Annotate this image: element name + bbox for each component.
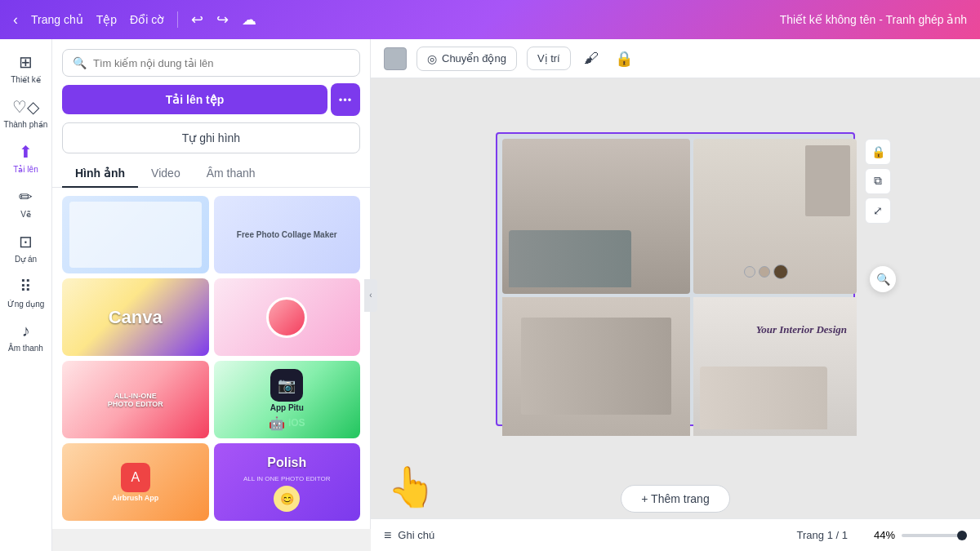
canvas-controls: 🔒 ⧉ ⤢ xyxy=(865,139,891,224)
pen-icon: ✏ xyxy=(19,187,33,207)
nav-file[interactable]: Tệp xyxy=(96,13,117,26)
zoom-handle[interactable] xyxy=(957,531,967,540)
media-item[interactable]: ALL-IN-ONEPHOTO EDITOR xyxy=(62,361,209,438)
heart-icon: ♡◇ xyxy=(12,97,39,117)
search-input[interactable] xyxy=(93,57,350,69)
media-item[interactable] xyxy=(214,278,361,356)
tab-hinh-anh[interactable]: Hình ảnh xyxy=(62,160,138,188)
media-item[interactable]: Polish ALL IN ONE PHOTO EDITOR 😊 xyxy=(214,443,361,521)
media-text: ALL-IN-ONEPHOTO EDITOR xyxy=(105,389,167,411)
canvas-image-4[interactable] xyxy=(693,297,857,436)
media-thumbnail-2: Free Photo Collage Maker xyxy=(214,196,361,273)
nav-divider xyxy=(177,11,178,28)
sidebar-label-du-an: Dự án xyxy=(15,255,37,264)
position-button[interactable]: Vị trí xyxy=(527,47,571,70)
back-button[interactable]: ‹ xyxy=(13,11,18,29)
sidebar-label-thiet-ke: Thiết kế xyxy=(11,75,40,84)
nav-exchange[interactable]: Đổi cờ xyxy=(130,13,164,26)
undo-button[interactable]: ↩ xyxy=(191,11,203,29)
apps-icon: ⠿ xyxy=(20,277,32,296)
media-text-polish: Polish xyxy=(264,452,310,473)
color-swatch[interactable] xyxy=(384,47,407,70)
media-thumbnail-3: Canva xyxy=(62,278,209,356)
animation-icon: ◎ xyxy=(427,52,437,65)
add-page-area: + Thêm trang xyxy=(371,479,980,518)
canvas-overlay-text: Your Interior Design xyxy=(756,323,847,336)
sidebar-item-am-thanh[interactable]: ♪ Âm thanh xyxy=(0,315,51,359)
canvas-area[interactable]: 🔒 ⧉ ⤢ xyxy=(371,78,980,479)
page-indicator: Trang 1 / 1 xyxy=(797,529,848,541)
media-thumbnail-6: 📷 App Pitu 🤖 iOS xyxy=(214,361,361,438)
sidebar-item-ung-dung[interactable]: ⠿ Ứng dụng xyxy=(0,270,51,315)
media-thumbnail-7: A Airbrush App xyxy=(62,443,209,521)
media-tabs: Hình ảnh Video Âm thanh xyxy=(52,160,370,188)
media-item[interactable] xyxy=(62,196,209,273)
sidebar-icons: ⊞ Thiết kế ♡◇ Thành phần ⬆ Tải lên ✏ Vẽ … xyxy=(0,39,52,551)
zoom-control: 44% xyxy=(874,529,967,541)
tab-am-thanh[interactable]: Âm thanh xyxy=(194,160,269,188)
add-page-button[interactable]: + Thêm trang xyxy=(621,485,729,513)
canvas-expand-button[interactable]: ⤢ xyxy=(865,198,891,224)
sidebar-item-thanh-phan[interactable]: ♡◇ Thành phần xyxy=(0,91,51,136)
sidebar-item-tai-len[interactable]: ⬆ Tải lên xyxy=(0,136,51,180)
search-box[interactable]: 🔍 xyxy=(62,49,360,77)
media-text: Canva xyxy=(105,304,166,331)
color-dots xyxy=(744,264,788,279)
media-text: App Pitu xyxy=(270,403,304,412)
redo-button[interactable]: ↪ xyxy=(216,11,229,29)
upload-icon: ⬆ xyxy=(19,142,33,162)
media-text: Free Photo Collage Maker xyxy=(230,224,344,246)
left-panel-wrapper: 🔍 Tải lên tệp ••• Tự ghi hình Hình ảnh V… xyxy=(52,39,371,551)
canvas-image-3[interactable] xyxy=(502,297,690,436)
left-panel: 🔍 Tải lên tệp ••• Tự ghi hình Hình ảnh V… xyxy=(52,39,371,529)
media-thumbnail-1 xyxy=(62,196,209,273)
canvas-lock-button[interactable]: 🔒 xyxy=(865,139,891,165)
media-text: Airbrush App xyxy=(112,494,158,502)
canvas-frame: Your Interior Design xyxy=(496,132,855,426)
media-thumbnail-8: Polish ALL IN ONE PHOTO EDITOR 😊 xyxy=(214,443,361,521)
canvas-image-1[interactable] xyxy=(502,139,690,294)
sidebar-item-du-an[interactable]: ⊡ Dự án xyxy=(0,225,51,270)
sidebar-item-ve[interactable]: ✏ Vẽ xyxy=(0,180,51,225)
sidebar-label-ung-dung: Ứng dụng xyxy=(7,300,45,309)
grid-icon: ⊞ xyxy=(19,52,33,72)
notes-label[interactable]: Ghi chú xyxy=(398,529,434,541)
right-area: ◎ Chuyển động Vị trí 🖌 🔒 🔒 ⧉ ⤢ xyxy=(371,39,980,551)
music-icon: ♪ xyxy=(22,322,30,340)
media-item[interactable]: 📷 App Pitu 🤖 iOS xyxy=(214,361,361,438)
record-button[interactable]: Tự ghi hình xyxy=(62,122,360,153)
search-icon: 🔍 xyxy=(73,56,87,69)
media-item[interactable]: Canva xyxy=(62,278,209,356)
animation-button[interactable]: ◎ Chuyển động xyxy=(416,47,517,71)
zoom-search-button[interactable]: 🔍 xyxy=(870,266,896,292)
color-dot-3 xyxy=(773,264,788,279)
paint-button[interactable]: 🖌 xyxy=(581,47,602,70)
media-thumbnail-4 xyxy=(214,278,361,356)
document-title: Thiết kế không tên - Tranh ghép ảnh xyxy=(780,13,967,26)
media-grid: Free Photo Collage Maker Canva xyxy=(52,188,370,529)
sidebar-label-am-thanh: Âm thanh xyxy=(8,344,43,353)
sidebar-label-tai-len: Tải lên xyxy=(13,165,38,174)
upload-btn-row: Tải lên tệp ••• xyxy=(52,83,370,122)
folder-icon: ⊡ xyxy=(19,232,33,251)
animation-label: Chuyển động xyxy=(442,52,506,64)
lock-toolbar-button[interactable]: 🔒 xyxy=(612,47,636,71)
cloud-save-button[interactable]: ☁ xyxy=(242,11,256,29)
media-item[interactable]: A Airbrush App xyxy=(62,443,209,521)
panel-collapse-handle[interactable]: ‹ xyxy=(364,279,377,312)
sidebar-item-thiet-ke[interactable]: ⊞ Thiết kế xyxy=(0,46,51,91)
panel-search: 🔍 xyxy=(52,39,370,83)
upload-file-button[interactable]: Tải lên tệp xyxy=(62,85,327,114)
position-label: Vị trí xyxy=(537,52,560,64)
dots-icon: ••• xyxy=(339,94,353,106)
zoom-slider[interactable] xyxy=(902,534,967,537)
upload-more-button[interactable]: ••• xyxy=(331,83,360,116)
nav-home[interactable]: Trang chủ xyxy=(31,13,83,26)
tab-video[interactable]: Video xyxy=(138,160,194,188)
canvas-wrapper: 🔒 ⧉ ⤢ xyxy=(496,132,855,426)
media-thumbnail-5: ALL-IN-ONEPHOTO EDITOR xyxy=(62,361,209,438)
notes-section: ≡ Ghi chú xyxy=(384,528,434,543)
color-dot-2 xyxy=(759,266,770,278)
media-item[interactable]: Free Photo Collage Maker xyxy=(214,196,361,273)
canvas-copy-button[interactable]: ⧉ xyxy=(865,168,891,194)
